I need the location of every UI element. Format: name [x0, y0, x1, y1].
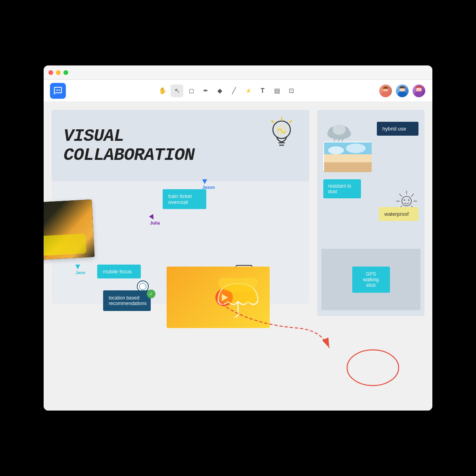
svg-line-47	[399, 194, 402, 196]
svg-point-31	[333, 125, 345, 135]
svg-line-32	[334, 139, 335, 142]
checkmark-badge: ✓	[147, 290, 155, 298]
svg-point-7	[398, 91, 406, 97]
svg-point-4	[381, 91, 390, 97]
mobile-photo	[44, 200, 95, 260]
title-bar	[44, 65, 432, 80]
toolbar: ✋ ↖ ◻ ✒ ◆ ╱ ⚡ T ▤ ⊡	[44, 80, 432, 102]
visual-collab-title: VISUAL COLLABORATION	[63, 127, 194, 165]
video-card[interactable]	[167, 267, 270, 328]
close-button[interactable]	[48, 70, 53, 75]
jane-cursor: Jane	[75, 265, 85, 275]
svg-point-42	[408, 200, 409, 201]
svg-point-38	[328, 146, 344, 154]
whiteboard-main: VISUAL COLLABORATION	[52, 110, 309, 304]
shape-tool[interactable]: ⚡	[242, 84, 255, 97]
canvas[interactable]: VISUAL COLLABORATION	[44, 102, 432, 411]
waterproof-sticky[interactable]: waterproof	[379, 207, 418, 221]
brush-tool[interactable]: ◆	[213, 84, 226, 97]
line-tool[interactable]: ╱	[228, 84, 240, 97]
gps-card-container: GPS walking stick	[321, 249, 420, 310]
svg-point-40	[402, 196, 411, 206]
svg-point-41	[404, 200, 405, 201]
header-area: VISUAL COLLABORATION	[52, 110, 309, 181]
collaborator-avatars	[378, 84, 426, 98]
gps-sticky[interactable]: GPS walking stick	[352, 267, 390, 293]
select-tool[interactable]: ↖	[171, 84, 183, 97]
pen-tool[interactable]: ✒	[199, 84, 212, 97]
app-logo[interactable]	[50, 83, 66, 99]
location-based-sticky[interactable]: location based recommendations	[103, 290, 151, 311]
svg-point-10	[415, 91, 423, 97]
lightbulb-sketch	[266, 116, 298, 155]
frame-tool[interactable]: ⊡	[285, 84, 298, 97]
svg-point-0	[58, 89, 59, 90]
svg-point-51	[347, 350, 399, 386]
svg-point-18	[276, 124, 287, 135]
svg-line-17	[290, 121, 292, 123]
julia-cursor: Julia	[150, 215, 160, 225]
text-tool[interactable]: T	[256, 84, 269, 97]
sticky-tool[interactable]: ▤	[271, 84, 283, 97]
jason-cursor: Jason	[202, 179, 215, 190]
train-ticket-sticky[interactable]: train ticket overcoat	[163, 189, 206, 209]
eraser-tool[interactable]: ◻	[185, 84, 198, 97]
mobile-focus-sticky[interactable]: mobile focus	[97, 265, 141, 278]
avatar-jane	[412, 84, 426, 98]
app-window: ✋ ↖ ◻ ✒ ◆ ╱ ⚡ T ▤ ⊡	[44, 65, 432, 411]
svg-point-1	[56, 89, 57, 90]
right-panel: hybrid use	[317, 110, 424, 316]
svg-point-39	[346, 144, 366, 153]
resistant-dust-sticky[interactable]: resistant to dust	[323, 179, 361, 198]
svg-point-2	[59, 89, 60, 90]
avatar-julia	[395, 84, 409, 98]
sky-photo	[323, 142, 371, 171]
hybrid-use-sticky[interactable]: hybrid use	[377, 122, 418, 136]
svg-line-16	[272, 121, 274, 123]
maximize-button[interactable]	[63, 70, 68, 75]
hand-tool[interactable]: ✋	[156, 84, 169, 97]
svg-rect-37	[324, 154, 372, 162]
avatar-jason	[378, 84, 393, 98]
minimize-button[interactable]	[56, 70, 61, 75]
tool-group: ✋ ↖ ◻ ✒ ◆ ╱ ⚡ T ▤ ⊡	[75, 84, 378, 97]
svg-line-49	[411, 194, 414, 196]
